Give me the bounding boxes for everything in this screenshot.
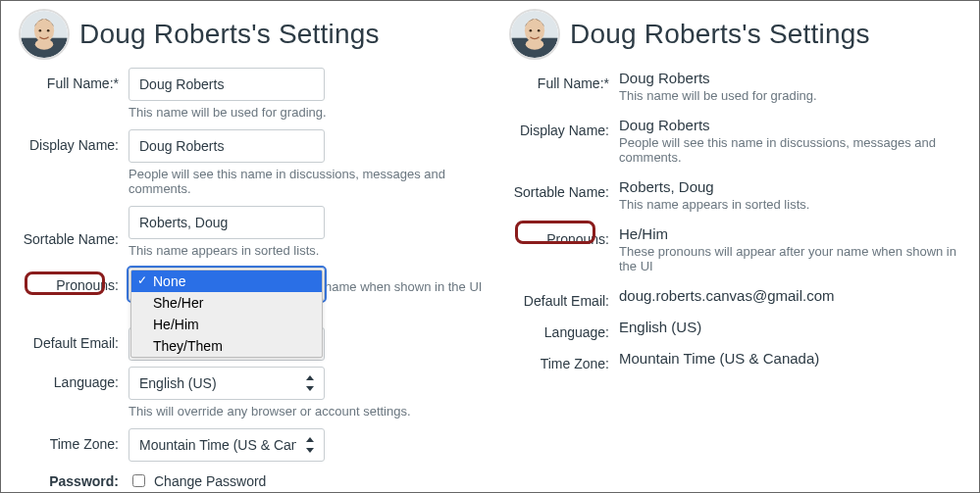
page-title: Doug Roberts's Settings — [79, 19, 380, 50]
timezone-select[interactable]: Mountain Time (US & Canada) ( — [129, 428, 325, 462]
timezone-value: Mountain Time (US & Canada) — [619, 348, 963, 367]
display-name-input[interactable]: Doug Roberts — [129, 129, 325, 163]
label-display-name: Display Name: — [509, 115, 619, 138]
label-default-email: Default Email: — [19, 327, 129, 351]
sortable-name-value: Roberts, Doug — [619, 176, 963, 195]
label-timezone: Time Zone: — [509, 348, 619, 371]
change-password-input[interactable] — [132, 474, 145, 487]
pronouns-option-they[interactable]: They/Them — [131, 335, 322, 357]
label-display-name: Display Name: — [19, 129, 129, 153]
pronouns-value: He/Him — [619, 223, 963, 242]
label-sortable-name: Sortable Name: — [19, 206, 129, 247]
label-password: Password: — [19, 466, 129, 489]
hint-full-name: This name will be used for grading. — [129, 105, 474, 120]
language-select[interactable]: English (US) — [129, 367, 325, 400]
label-sortable-name: Sortable Name: — [509, 176, 619, 200]
hint-display-name: People will see this name in discussions… — [619, 135, 963, 165]
label-full-name: Full Name:* — [509, 68, 619, 91]
hint-display-name: People will see this name in discussions… — [129, 167, 474, 196]
sortable-name-input[interactable]: Roberts, Doug — [129, 206, 325, 239]
label-timezone: Time Zone: — [19, 428, 129, 452]
label-full-name: Full Name:* — [19, 68, 129, 91]
hint-sortable-name: This name appears in sorted lists. — [619, 197, 963, 212]
settings-panel-editable: Doug Roberts's Settings Full Name:* Doug… — [1, 1, 491, 492]
change-password-checkbox[interactable]: Change Password — [129, 466, 474, 490]
label-language: Language: — [509, 317, 619, 340]
pronouns-option-none[interactable]: None — [131, 271, 322, 292]
label-pronouns: Pronouns: — [19, 268, 129, 293]
hint-language: This will override any browser or accoun… — [129, 404, 474, 419]
label-default-email: Default Email: — [509, 285, 619, 309]
full-name-input[interactable]: Doug Roberts — [129, 68, 325, 101]
hint-pronouns-tail: name when shown in the UI — [325, 279, 482, 294]
default-email-value: doug.roberts.canvas@gmail.com — [619, 285, 963, 304]
display-name-value: Doug Roberts — [619, 115, 963, 133]
pronouns-option-she[interactable]: She/Her — [131, 292, 322, 314]
hint-pronouns: These pronouns will appear after your na… — [619, 244, 963, 273]
settings-panel-readonly: Doug Roberts's Settings Full Name:* Doug… — [491, 1, 980, 373]
avatar[interactable] — [19, 9, 70, 60]
chevrons-icon — [306, 437, 316, 453]
chevrons-icon — [306, 375, 316, 391]
hint-sortable-name: This name appears in sorted lists. — [129, 243, 474, 258]
page-title: Doug Roberts's Settings — [570, 19, 870, 50]
hint-full-name: This name will be used for grading. — [619, 88, 963, 103]
pronouns-option-he[interactable]: He/Him — [131, 314, 322, 335]
label-language: Language: — [19, 367, 129, 390]
full-name-value: Doug Roberts — [619, 68, 963, 86]
pronouns-dropdown: None She/Her He/Him They/Them — [130, 270, 323, 358]
label-pronouns: Pronouns: — [509, 223, 619, 247]
avatar[interactable] — [509, 9, 560, 60]
language-value: English (US) — [619, 317, 963, 335]
